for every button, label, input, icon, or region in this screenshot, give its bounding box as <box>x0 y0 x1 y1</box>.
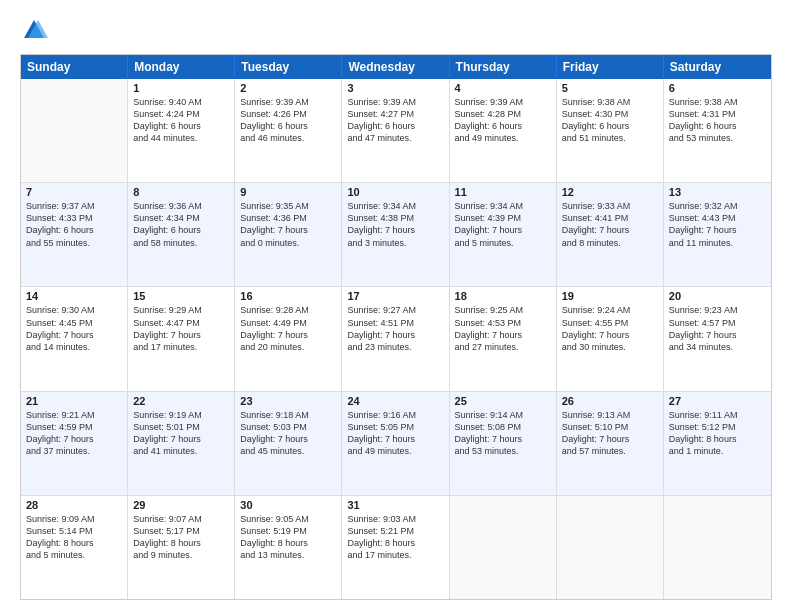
cell-info-line: and 8 minutes. <box>562 237 658 249</box>
cell-info-line: Sunset: 4:31 PM <box>669 108 766 120</box>
cell-info-line: Daylight: 6 hours <box>26 224 122 236</box>
cell-info-line: Daylight: 7 hours <box>133 329 229 341</box>
day-number: 26 <box>562 395 658 407</box>
cell-info-line: Daylight: 7 hours <box>347 433 443 445</box>
day-number: 17 <box>347 290 443 302</box>
cell-info-line: Daylight: 7 hours <box>669 329 766 341</box>
calendar-day-8: 8Sunrise: 9:36 AMSunset: 4:34 PMDaylight… <box>128 183 235 286</box>
cell-info-line: and 53 minutes. <box>669 132 766 144</box>
cell-info-line: Sunset: 4:53 PM <box>455 317 551 329</box>
calendar-day-25: 25Sunrise: 9:14 AMSunset: 5:08 PMDayligh… <box>450 392 557 495</box>
cell-info-line: Sunset: 5:03 PM <box>240 421 336 433</box>
day-number: 15 <box>133 290 229 302</box>
header <box>20 16 772 44</box>
cell-info-line: Daylight: 6 hours <box>669 120 766 132</box>
cell-info-line: Sunrise: 9:39 AM <box>240 96 336 108</box>
cell-info-line: Sunset: 5:12 PM <box>669 421 766 433</box>
header-day-thursday: Thursday <box>450 55 557 79</box>
cell-info-line: Sunrise: 9:40 AM <box>133 96 229 108</box>
day-number: 29 <box>133 499 229 511</box>
calendar-day-7: 7Sunrise: 9:37 AMSunset: 4:33 PMDaylight… <box>21 183 128 286</box>
cell-info-line: Sunset: 4:59 PM <box>26 421 122 433</box>
cell-info-line: Sunrise: 9:39 AM <box>347 96 443 108</box>
day-number: 4 <box>455 82 551 94</box>
cell-info-line: Sunset: 4:34 PM <box>133 212 229 224</box>
day-number: 23 <box>240 395 336 407</box>
cell-info-line: Sunset: 4:39 PM <box>455 212 551 224</box>
day-number: 21 <box>26 395 122 407</box>
cell-info-line: Daylight: 6 hours <box>562 120 658 132</box>
header-day-sunday: Sunday <box>21 55 128 79</box>
day-number: 20 <box>669 290 766 302</box>
cell-info-line: and 34 minutes. <box>669 341 766 353</box>
cell-info-line: and 49 minutes. <box>347 445 443 457</box>
calendar-empty-cell <box>21 79 128 182</box>
cell-info-line: Daylight: 6 hours <box>347 120 443 132</box>
day-number: 7 <box>26 186 122 198</box>
day-number: 14 <box>26 290 122 302</box>
day-number: 2 <box>240 82 336 94</box>
cell-info-line: Sunset: 5:21 PM <box>347 525 443 537</box>
cell-info-line: and 51 minutes. <box>562 132 658 144</box>
day-number: 22 <box>133 395 229 407</box>
day-number: 5 <box>562 82 658 94</box>
calendar-day-21: 21Sunrise: 9:21 AMSunset: 4:59 PMDayligh… <box>21 392 128 495</box>
cell-info-line: and 17 minutes. <box>133 341 229 353</box>
cell-info-line: and 9 minutes. <box>133 549 229 561</box>
cell-info-line: Sunrise: 9:34 AM <box>455 200 551 212</box>
day-number: 8 <box>133 186 229 198</box>
calendar-day-13: 13Sunrise: 9:32 AMSunset: 4:43 PMDayligh… <box>664 183 771 286</box>
day-number: 18 <box>455 290 551 302</box>
cell-info-line: Sunrise: 9:09 AM <box>26 513 122 525</box>
header-day-monday: Monday <box>128 55 235 79</box>
calendar-day-20: 20Sunrise: 9:23 AMSunset: 4:57 PMDayligh… <box>664 287 771 390</box>
cell-info-line: and 37 minutes. <box>26 445 122 457</box>
day-number: 11 <box>455 186 551 198</box>
calendar-day-11: 11Sunrise: 9:34 AMSunset: 4:39 PMDayligh… <box>450 183 557 286</box>
cell-info-line: Daylight: 8 hours <box>240 537 336 549</box>
cell-info-line: Sunrise: 9:18 AM <box>240 409 336 421</box>
cell-info-line: and 30 minutes. <box>562 341 658 353</box>
cell-info-line: Daylight: 7 hours <box>240 224 336 236</box>
calendar-week-2: 7Sunrise: 9:37 AMSunset: 4:33 PMDaylight… <box>21 183 771 287</box>
cell-info-line: Sunrise: 9:32 AM <box>669 200 766 212</box>
cell-info-line: Daylight: 7 hours <box>347 329 443 341</box>
cell-info-line: Sunrise: 9:37 AM <box>26 200 122 212</box>
cell-info-line: Daylight: 7 hours <box>240 433 336 445</box>
calendar-week-5: 28Sunrise: 9:09 AMSunset: 5:14 PMDayligh… <box>21 496 771 599</box>
cell-info-line: Daylight: 8 hours <box>26 537 122 549</box>
cell-info-line: Sunset: 4:26 PM <box>240 108 336 120</box>
calendar-day-31: 31Sunrise: 9:03 AMSunset: 5:21 PMDayligh… <box>342 496 449 599</box>
header-day-friday: Friday <box>557 55 664 79</box>
calendar-day-17: 17Sunrise: 9:27 AMSunset: 4:51 PMDayligh… <box>342 287 449 390</box>
cell-info-line: Sunrise: 9:03 AM <box>347 513 443 525</box>
calendar-day-1: 1Sunrise: 9:40 AMSunset: 4:24 PMDaylight… <box>128 79 235 182</box>
cell-info-line: Sunset: 4:36 PM <box>240 212 336 224</box>
cell-info-line: Daylight: 6 hours <box>133 224 229 236</box>
cell-info-line: Sunset: 4:47 PM <box>133 317 229 329</box>
cell-info-line: Sunset: 5:17 PM <box>133 525 229 537</box>
cell-info-line: Sunrise: 9:36 AM <box>133 200 229 212</box>
calendar-body: 1Sunrise: 9:40 AMSunset: 4:24 PMDaylight… <box>21 79 771 599</box>
cell-info-line: and 41 minutes. <box>133 445 229 457</box>
cell-info-line: Sunset: 4:41 PM <box>562 212 658 224</box>
calendar-day-18: 18Sunrise: 9:25 AMSunset: 4:53 PMDayligh… <box>450 287 557 390</box>
calendar-day-15: 15Sunrise: 9:29 AMSunset: 4:47 PMDayligh… <box>128 287 235 390</box>
day-number: 3 <box>347 82 443 94</box>
calendar-day-14: 14Sunrise: 9:30 AMSunset: 4:45 PMDayligh… <box>21 287 128 390</box>
cell-info-line: Sunrise: 9:13 AM <box>562 409 658 421</box>
cell-info-line: Sunrise: 9:14 AM <box>455 409 551 421</box>
day-number: 6 <box>669 82 766 94</box>
calendar-day-4: 4Sunrise: 9:39 AMSunset: 4:28 PMDaylight… <box>450 79 557 182</box>
cell-info-line: Sunrise: 9:21 AM <box>26 409 122 421</box>
cell-info-line: and 23 minutes. <box>347 341 443 353</box>
day-number: 28 <box>26 499 122 511</box>
cell-info-line: Sunrise: 9:11 AM <box>669 409 766 421</box>
cell-info-line: and 57 minutes. <box>562 445 658 457</box>
day-number: 16 <box>240 290 336 302</box>
cell-info-line: Sunset: 5:08 PM <box>455 421 551 433</box>
cell-info-line: Sunrise: 9:07 AM <box>133 513 229 525</box>
cell-info-line: Daylight: 7 hours <box>455 224 551 236</box>
day-number: 13 <box>669 186 766 198</box>
cell-info-line: Sunrise: 9:30 AM <box>26 304 122 316</box>
